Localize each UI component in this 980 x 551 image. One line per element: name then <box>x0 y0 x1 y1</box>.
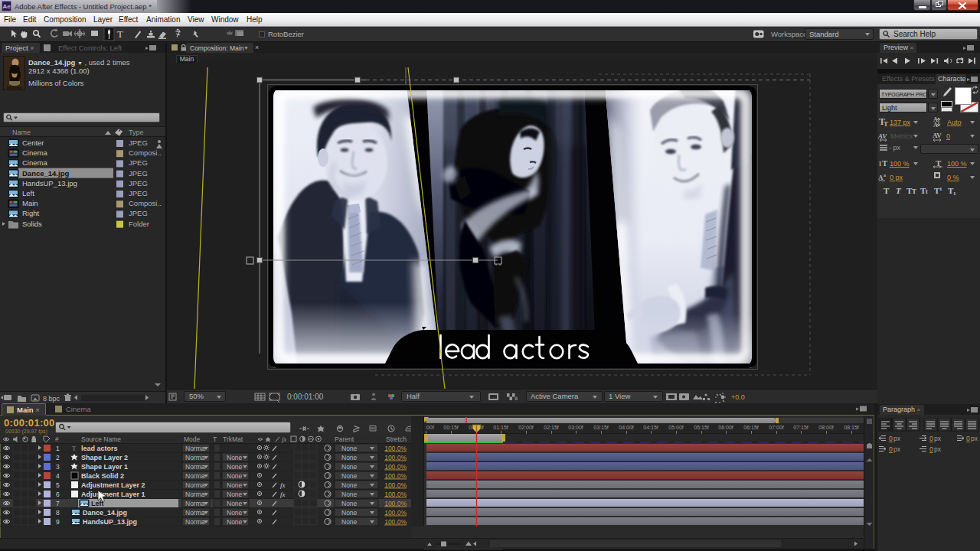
svg-text:100 %: 100 % <box>890 160 910 168</box>
svg-text:0 %: 0 % <box>947 174 959 181</box>
svg-text:+0.0: +0.0 <box>731 393 745 401</box>
svg-text:px: px <box>893 435 901 442</box>
svg-text:T: T <box>884 120 888 128</box>
svg-text:0: 0 <box>889 435 893 442</box>
svg-text:5: 5 <box>56 481 60 489</box>
svg-text:100 %: 100 % <box>947 160 967 168</box>
svg-text:a: a <box>884 173 886 178</box>
svg-text:Folder: Folder <box>129 220 149 228</box>
svg-text:Metrics: Metrics <box>890 132 913 140</box>
svg-text:px: px <box>893 445 901 453</box>
svg-text:2: 2 <box>56 454 60 461</box>
svg-text:8: 8 <box>56 509 60 517</box>
svg-text:07:00f: 07:00f <box>769 425 784 430</box>
svg-text:1: 1 <box>953 191 956 197</box>
svg-text:0: 0 <box>929 435 933 442</box>
svg-text:Shape Layer 2: Shape Layer 2 <box>81 454 128 461</box>
svg-text:JPEG: JPEG <box>129 209 148 217</box>
svg-text:px: px <box>934 435 942 442</box>
svg-text:Left: Left <box>22 189 34 197</box>
svg-text:JPEG: JPEG <box>129 169 148 178</box>
svg-text:0: 0 <box>946 132 950 140</box>
svg-text:06:00f: 06:00f <box>718 425 733 430</box>
svg-text:Auto: Auto <box>947 119 962 126</box>
svg-text:JPEG: JPEG <box>129 189 148 197</box>
svg-text:Source Name: Source Name <box>81 435 121 443</box>
svg-text:JPEG: JPEG <box>129 179 148 187</box>
svg-text:0: 0 <box>889 445 893 453</box>
svg-text:06:15f: 06:15f <box>743 425 759 430</box>
svg-text:0:00:01:00: 0:00:01:00 <box>287 393 324 401</box>
svg-text:Mode: Mode <box>184 435 201 443</box>
svg-text:03:15f: 03:15f <box>593 425 609 430</box>
svg-text:Parent: Parent <box>335 435 354 443</box>
svg-text:0: 0 <box>929 445 933 453</box>
svg-text:6: 6 <box>56 491 60 498</box>
svg-text:px: px <box>934 445 942 453</box>
svg-text:08:00f: 08:00f <box>818 425 834 430</box>
svg-text:05:00f: 05:00f <box>668 425 684 430</box>
svg-text:Stretch: Stretch <box>386 435 407 443</box>
svg-text:t: t <box>926 188 928 195</box>
svg-text:Adjustment Layer 2: Adjustment Layer 2 <box>81 481 145 489</box>
svg-text:Cinema: Cinema <box>22 148 47 157</box>
svg-text:AV: AV <box>877 132 887 140</box>
svg-text:02:15f: 02:15f <box>544 425 559 430</box>
svg-text:02:00f: 02:00f <box>518 425 534 430</box>
svg-text:Dance_14.jpg: Dance_14.jpg <box>22 169 69 178</box>
svg-text:A: A <box>878 174 884 181</box>
svg-text:0: 0 <box>966 435 970 442</box>
svg-text:T: T <box>213 435 217 443</box>
svg-text:#: # <box>55 435 59 443</box>
svg-text::00f: :00f <box>425 425 434 430</box>
svg-text:00:15f: 00:15f <box>443 425 459 430</box>
svg-text:px: px <box>971 435 978 442</box>
svg-text:Dance_14.jpg: Dance_14.jpg <box>83 509 127 517</box>
svg-text:7: 7 <box>56 500 60 507</box>
svg-text:T: T <box>884 186 890 195</box>
svg-text:Solids: Solids <box>22 220 42 228</box>
svg-text:03:00f: 03:00f <box>568 425 583 430</box>
svg-text:05:15f: 05:15f <box>694 425 709 430</box>
svg-text:Shape Layer 1: Shape Layer 1 <box>81 463 128 471</box>
svg-text:08:15f: 08:15f <box>844 425 859 430</box>
svg-text:04:15f: 04:15f <box>643 425 658 430</box>
svg-text:1: 1 <box>939 186 942 192</box>
svg-text:HandsUP_13.jpg: HandsUP_13.jpg <box>22 179 77 187</box>
svg-text:Black Solid 2: Black Solid 2 <box>81 472 124 480</box>
svg-text:JPEG: JPEG <box>129 139 148 147</box>
svg-text:Adjustment Layer 1: Adjustment Layer 1 <box>81 491 145 498</box>
svg-text:T: T <box>936 158 942 168</box>
svg-text:0 px: 0 px <box>890 174 903 181</box>
svg-text:T: T <box>912 187 916 195</box>
svg-text:fx: fx <box>282 435 286 443</box>
svg-text:3: 3 <box>56 463 60 471</box>
svg-text:HandsUP_13.jpg: HandsUP_13.jpg <box>83 518 137 526</box>
svg-text:Main: Main <box>22 199 38 207</box>
svg-text:Center: Center <box>22 139 44 147</box>
svg-text:04:00f: 04:00f <box>619 425 634 430</box>
svg-text:Composi..: Composi.. <box>129 199 162 207</box>
svg-text:1: 1 <box>56 445 60 452</box>
svg-text:- px: - px <box>889 144 901 152</box>
svg-text:07:15f: 07:15f <box>793 425 808 430</box>
svg-text:T: T <box>117 28 123 40</box>
svg-text:8 bpc: 8 bpc <box>43 395 60 403</box>
svg-text:A: A <box>933 122 938 129</box>
svg-text:01:15f: 01:15f <box>493 425 508 430</box>
svg-text:137 px: 137 px <box>890 119 911 126</box>
svg-text:4: 4 <box>56 472 60 480</box>
svg-text:JPEG: JPEG <box>129 158 148 167</box>
svg-text:Cinema: Cinema <box>22 158 47 167</box>
svg-text:AV: AV <box>933 132 942 139</box>
svg-text:TrkMat: TrkMat <box>223 435 243 443</box>
svg-text:T: T <box>882 158 888 168</box>
svg-text:lead actors: lead actors <box>81 445 118 452</box>
svg-text:9: 9 <box>56 518 60 526</box>
svg-text:Right: Right <box>22 209 40 217</box>
svg-text:I: I <box>879 161 881 168</box>
svg-text:T: T <box>72 445 77 452</box>
svg-text:T: T <box>896 186 902 195</box>
